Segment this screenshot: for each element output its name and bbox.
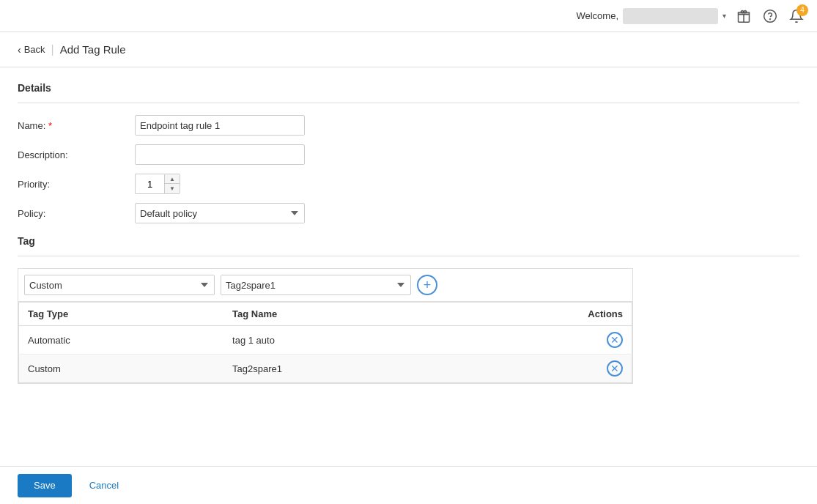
details-section-title: Details <box>18 82 799 94</box>
main-content: Details Name: * Description: Priority: ▲… <box>0 67 817 466</box>
details-divider <box>18 103 799 103</box>
chevron-down-icon[interactable]: ▾ <box>722 12 726 20</box>
breadcrumb-separator: | <box>51 43 54 56</box>
row-tag-name: Tag2spare1 <box>223 355 452 383</box>
col-actions: Actions <box>452 303 632 326</box>
remove-tag-button[interactable]: ✕ <box>607 332 623 348</box>
add-tag-button[interactable]: + <box>417 275 437 295</box>
table-row: Custom Tag2spare1 ✕ <box>19 355 632 383</box>
tag-type-select[interactable]: Custom Automatic <box>24 275 215 295</box>
header: Welcome, ▾ 4 <box>0 0 817 32</box>
remove-tag-button[interactable]: ✕ <box>607 360 623 377</box>
svg-point-2 <box>770 18 771 19</box>
back-label: Back <box>24 44 45 55</box>
table-header-row: Tag Type Tag Name Actions <box>19 303 632 326</box>
notification-icon[interactable]: 4 <box>788 7 805 25</box>
svg-point-1 <box>764 10 777 22</box>
back-arrow-icon: ‹ <box>18 44 21 56</box>
username-box <box>623 8 718 24</box>
priority-label: Priority: <box>18 179 135 190</box>
priority-stepper: ▲ ▼ <box>135 174 180 194</box>
priority-input[interactable] <box>135 174 164 194</box>
tag-controls-row: Custom Automatic Tag2spare1 Tag1 + <box>18 269 632 302</box>
header-welcome: Welcome, ▾ <box>576 8 726 24</box>
tag-divider <box>18 256 799 256</box>
description-input[interactable] <box>135 144 305 165</box>
breadcrumb: ‹ Back | Add Tag Rule <box>0 32 817 67</box>
col-tag-name: Tag Name <box>223 303 452 326</box>
priority-down-arrow[interactable]: ▼ <box>165 184 180 193</box>
row-actions: ✕ <box>452 355 632 383</box>
description-label: Description: <box>18 149 135 160</box>
priority-arrows: ▲ ▼ <box>164 174 180 194</box>
footer: Save Cancel <box>0 466 817 504</box>
policy-select[interactable]: Default policy Policy 1 Policy 2 <box>135 203 305 223</box>
row-tag-type: Custom <box>19 355 224 383</box>
col-tag-type: Tag Type <box>19 303 224 326</box>
tags-table: Tag Type Tag Name Actions Automatic tag … <box>18 302 632 383</box>
page-title: Add Tag Rule <box>60 43 126 56</box>
table-row: Automatic tag 1 auto ✕ <box>19 326 632 355</box>
row-tag-name: tag 1 auto <box>223 326 452 355</box>
cancel-button[interactable]: Cancel <box>84 475 125 495</box>
row-tag-type: Automatic <box>19 326 224 355</box>
tag-section-title: Tag <box>18 235 799 247</box>
priority-form-group: Priority: ▲ ▼ <box>18 174 799 194</box>
notification-badge: 4 <box>796 4 808 16</box>
name-input[interactable] <box>135 115 305 136</box>
row-actions: ✕ <box>452 326 632 355</box>
priority-up-arrow[interactable]: ▲ <box>165 174 180 184</box>
tag-section: Tag Custom Automatic Tag2spare1 Tag1 + T… <box>18 235 799 384</box>
back-button[interactable]: ‹ Back <box>18 44 45 56</box>
name-label: Name: * <box>18 120 135 131</box>
gift-icon[interactable] <box>735 7 753 25</box>
welcome-text: Welcome, <box>576 10 618 21</box>
name-form-group: Name: * <box>18 115 799 136</box>
tag-controls-container: Custom Automatic Tag2spare1 Tag1 + Tag T… <box>18 268 633 384</box>
help-icon[interactable] <box>761 7 779 25</box>
description-form-group: Description: <box>18 144 799 165</box>
policy-form-group: Policy: Default policy Policy 1 Policy 2 <box>18 203 799 223</box>
policy-label: Policy: <box>18 208 135 219</box>
save-button[interactable]: Save <box>18 474 72 497</box>
tag-name-select[interactable]: Tag2spare1 Tag1 <box>221 275 411 295</box>
